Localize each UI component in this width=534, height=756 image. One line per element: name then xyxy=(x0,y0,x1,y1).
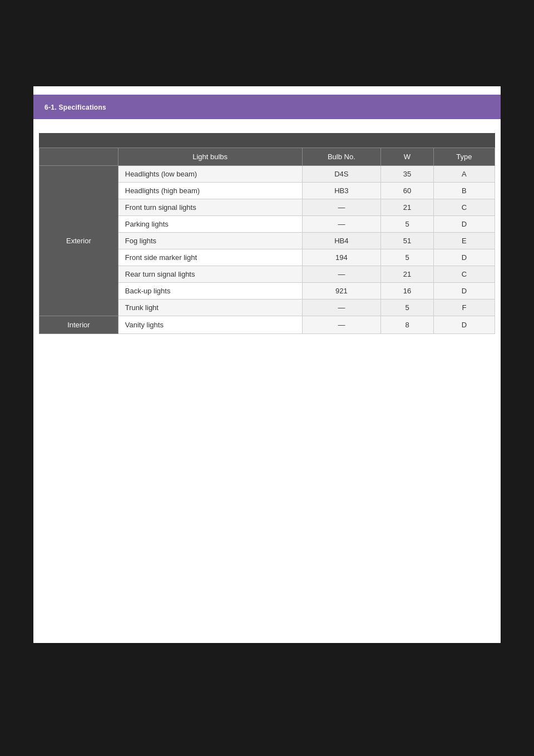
watts-1: 35 xyxy=(381,166,434,183)
bulb-no-3: — xyxy=(302,199,381,216)
col-header-bulb-no: Bulb No. xyxy=(302,148,381,166)
light-name-1: Headlights (low beam) xyxy=(118,166,302,183)
type-1: A xyxy=(433,166,495,183)
bulb-no-10: — xyxy=(302,316,381,334)
watts-2: 60 xyxy=(381,183,434,199)
type-5: E xyxy=(433,233,495,249)
light-name-5: Fog lights xyxy=(118,233,302,249)
col-header-type: Type xyxy=(433,148,495,166)
watts-10: 8 xyxy=(381,316,434,334)
light-name-8: Back-up lights xyxy=(118,283,302,300)
light-name-10: Vanity lights xyxy=(118,316,302,334)
bulb-no-7: — xyxy=(302,266,381,283)
watts-3: 21 xyxy=(381,199,434,216)
bulb-no-8: 921 xyxy=(302,283,381,300)
watts-9: 5 xyxy=(381,300,434,316)
bulb-no-5: HB4 xyxy=(302,233,381,249)
bulb-no-9: — xyxy=(302,300,381,316)
bulb-no-2: HB3 xyxy=(302,183,381,199)
type-4: D xyxy=(433,216,495,233)
light-name-4: Parking lights xyxy=(118,216,302,233)
light-name-9: Trunk light xyxy=(118,300,302,316)
light-name-2: Headlights (high beam) xyxy=(118,183,302,199)
type-8: D xyxy=(433,283,495,300)
bulb-specifications-table: Light bulbs Bulb No. W Type Exterior Hea… xyxy=(39,148,495,334)
watts-7: 21 xyxy=(381,266,434,283)
section-header: 6-1. Specifications xyxy=(33,95,501,119)
watts-6: 5 xyxy=(381,249,434,266)
type-7: C xyxy=(433,266,495,283)
light-name-7: Rear turn signal lights xyxy=(118,266,302,283)
type-2: B xyxy=(433,183,495,199)
watts-5: 51 xyxy=(381,233,434,249)
type-10: D xyxy=(433,316,495,334)
bulb-no-4: — xyxy=(302,216,381,233)
section-header-text: 6-1. Specifications xyxy=(44,104,106,111)
watts-4: 5 xyxy=(381,216,434,233)
col-header-watts: W xyxy=(381,148,434,166)
type-9: F xyxy=(433,300,495,316)
bulb-no-6: 194 xyxy=(302,249,381,266)
col-header-category xyxy=(39,148,118,166)
col-header-light-bulbs: Light bulbs xyxy=(118,148,302,166)
light-name-6: Front side marker light xyxy=(118,249,302,266)
bulb-no-1: D4S xyxy=(302,166,381,183)
category-interior: Interior xyxy=(39,316,118,334)
type-6: D xyxy=(433,249,495,266)
table-section-bar xyxy=(39,133,495,148)
watts-8: 16 xyxy=(381,283,434,300)
category-exterior: Exterior xyxy=(39,166,118,316)
type-3: C xyxy=(433,199,495,216)
light-name-3: Front turn signal lights xyxy=(118,199,302,216)
table-row: Exterior Headlights (low beam) D4S 35 A xyxy=(39,166,495,183)
table-row: Interior Vanity lights — 8 D xyxy=(39,316,495,334)
